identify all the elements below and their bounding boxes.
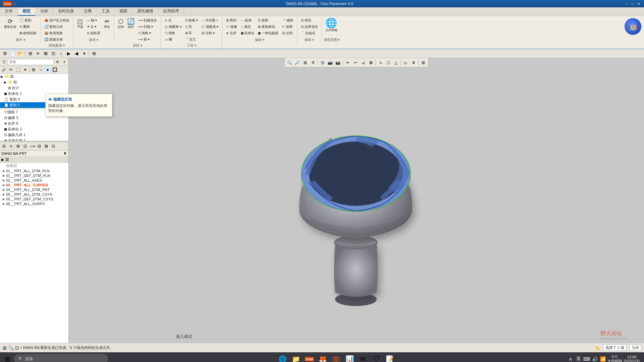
tree-item-group[interactable]: ▶ 📁 组	[0, 74, 68, 79]
taskbar-app-note[interactable]: 📝	[384, 353, 396, 362]
start-button[interactable]: ⊞	[1, 353, 13, 362]
btn-cancel[interactable]: ⊠ 收缩包络	[18, 30, 38, 36]
tree-item-solidify2[interactable]: ◼ 实体化 2	[0, 126, 68, 132]
ctx-btn-sketch[interactable]: ✏	[8, 66, 14, 73]
btn-fill[interactable]: ⊟ 填充	[299, 17, 320, 23]
btn-regenerate[interactable]: ⟳ 重新生成	[3, 17, 17, 30]
btn-copy-geo[interactable]: 🔄 复制几何	[43, 24, 71, 30]
tab-view[interactable]: 视图	[115, 7, 132, 16]
btn-move[interactable]: ↗ 移除	[280, 17, 295, 23]
vp-btn-wave[interactable]: ∿	[377, 59, 384, 66]
btn-point[interactable]: ✦ 点 ▾	[85, 24, 102, 30]
tree-item-merge8[interactable]: ⊕ 合并 8	[0, 121, 68, 126]
btn-plane[interactable]: ◫ 平面	[75, 17, 85, 30]
vp-btn-view2[interactable]: 📷	[327, 59, 334, 66]
ctx-btn-dropdown[interactable]: ▾	[22, 66, 29, 73]
date-display[interactable]: 12:00 2025/1/31	[624, 355, 640, 362]
tb-btn-arrow-right[interactable]: ▶	[65, 50, 72, 57]
layer-01-dtm-pln[interactable]: ▶ 01__PRT_ALL_DTM_PLN	[0, 169, 68, 173]
vp-btn-analysis[interactable]: ⊠	[367, 59, 375, 66]
btn-split2[interactable]: ⊟ 分割	[280, 30, 295, 36]
btn-chamfer[interactable]: ◹ 倒角 ▾	[136, 30, 159, 36]
layer-tb-btn2[interactable]: ≡	[8, 143, 14, 149]
vp-btn-pause[interactable]: ⏸	[410, 59, 417, 66]
vp-btn-zoom-out[interactable]: 🔎	[294, 59, 301, 66]
layer-01-def-dtm-pln[interactable]: ▶ 01__PRT_DEF_DTM_PLN	[0, 173, 68, 178]
vp-btn-tri1[interactable]: ⊿	[360, 59, 367, 66]
tb-btn-open[interactable]: 📂	[17, 50, 24, 57]
ctx-btn-edit[interactable]: 🖊	[1, 66, 7, 73]
layer-hidden[interactable]: 隐藏层	[0, 163, 68, 169]
btn-trim[interactable]: ✂ 加厚	[280, 24, 295, 30]
taskbar-search[interactable]: 🔍 搜索	[14, 354, 108, 362]
btn-axis[interactable]: — 轴 ▾	[85, 17, 102, 23]
btn-rib[interactable]: ⊞ 耳	[183, 30, 200, 36]
tb-btn-grid1[interactable]: ⊞	[26, 50, 34, 57]
btn-project[interactable]: ⊡ 投影	[256, 17, 280, 23]
vp-btn-cut[interactable]: ✂	[352, 59, 359, 66]
ctx-btn-eye-closed[interactable]: ●	[44, 66, 51, 73]
taskbar-app-folder2[interactable]: 💼	[330, 353, 342, 362]
taskbar-app-security[interactable]: 🛡	[371, 353, 383, 362]
tree-item-ju[interactable]: ▶ 📁 拒	[0, 79, 68, 85]
layer-list[interactable]: ▶ 层 隐藏层 ▶ 01__PRT_ALL_DTM_PLN ▶ 01__PRT_…	[0, 157, 68, 343]
layer-05-def-csys[interactable]: ▶ 05__PRT_DEF_DTM_CSYS	[0, 197, 68, 201]
btn-array[interactable]: ⊞ 阵列	[224, 17, 239, 23]
layer-tb-btn8[interactable]: ⊡	[50, 143, 57, 149]
btn-solidify[interactable]: ◼ 实体化	[239, 30, 256, 36]
btn-shell[interactable]: ◻ 壳	[183, 24, 200, 30]
btn-mirror[interactable]: ⇔ 镜像	[224, 24, 239, 30]
taskbar-app-browser2[interactable]: 🦊	[317, 353, 329, 362]
taskbar-app-browser[interactable]: 🌐	[277, 353, 289, 362]
taskbar-app-creo[interactable]: creo	[304, 353, 316, 362]
btn-extend[interactable]: ↔ 延伸	[239, 17, 256, 23]
vp-btn-pen[interactable]: ✏	[344, 59, 352, 66]
sys-icon-volume[interactable]: 🔊	[591, 356, 598, 362]
btn-delete[interactable]: ✕ 删除	[18, 24, 38, 30]
panel-tb-add[interactable]: +	[61, 59, 68, 65]
btn-chamfer2[interactable]: ◹ 倒角	[163, 30, 183, 36]
btn-sweep[interactable]: ⟿ 扫描混合	[136, 17, 159, 23]
layer-tb-btn1[interactable]: ⊟	[1, 143, 7, 149]
ctx-btn-copy[interactable]: 📋	[15, 66, 21, 73]
datetime-display[interactable]: 5°C 大部晴朗	[607, 355, 622, 362]
sys-icon-lang[interactable]: 英	[575, 356, 582, 362]
vp-btn-view1[interactable]: ⊡	[319, 59, 326, 66]
vp-btn-zoom-in[interactable]: 🔍	[286, 59, 293, 66]
btn-split[interactable]: ⊟ 分割 ▾	[200, 30, 220, 36]
vp-btn-angle[interactable]: ∢	[309, 59, 317, 66]
tb-btn-grid2[interactable]: ≡	[34, 50, 42, 57]
panel-tb-clear[interactable]: ✕	[54, 59, 61, 65]
tb-btn-arrow-left[interactable]: ◀	[73, 50, 80, 57]
tree-item-body-merge1[interactable]: ⊕ 主体合并 1	[0, 138, 68, 141]
vp-btn-hex[interactable]: ⬡	[385, 59, 392, 66]
btn-solidify2[interactable]: ◼ 一体化曲面	[256, 30, 280, 36]
btn-intersect[interactable]: ∩ 相交	[239, 24, 256, 30]
btn-copy[interactable]: 📋 复制	[18, 17, 38, 23]
vp-btn-play[interactable]: ▷	[402, 59, 410, 66]
btn-union[interactable]: ⊕ 合并	[224, 30, 239, 36]
btn-coord[interactable]: ⊕ 坐标系	[85, 30, 102, 36]
restore-button[interactable]: □	[630, 1, 635, 6]
btn-copy3[interactable]: ⊞ 复制移动	[256, 24, 280, 30]
btn-law[interactable]: ⌒ 法兰	[183, 37, 200, 43]
tb-btn-arrow-down[interactable]: ↕	[57, 50, 65, 57]
tab-annotation[interactable]: 注释	[79, 7, 97, 16]
tree-item-offset-geo1[interactable]: ⊡ 偏移几何 1	[0, 132, 68, 138]
tb-btn-settings[interactable]: ⚙	[1, 50, 9, 57]
taskbar-app-mail[interactable]: ✉	[357, 353, 369, 362]
tab-apps[interactable]: 应用程序	[158, 7, 184, 16]
btn-shrink[interactable]: 📦 收缩包络	[43, 30, 71, 36]
tab-tools[interactable]: 工具	[97, 7, 115, 16]
btn-model-intent[interactable]: 🌐 元件界面	[324, 17, 339, 34]
tab-simulation[interactable]: 实时仿真	[53, 7, 79, 16]
minimize-button[interactable]: ─	[624, 1, 629, 6]
btn-fillet[interactable]: ◷ 倒圆角 ▾	[163, 24, 183, 30]
tab-flex[interactable]: 柔性建模	[132, 7, 158, 16]
taskbar-app-explorer[interactable]: 📁	[290, 353, 302, 362]
btn-draft[interactable]: ⊡ 拔模 ▾	[183, 17, 200, 23]
btn-blend[interactable]: ⟿ 剪 ▾	[136, 37, 159, 43]
layer-tb-btn7[interactable]: ⊠	[43, 143, 50, 149]
taskbar-app-wps[interactable]: 📊	[344, 353, 356, 362]
btn-half-radius[interactable]: ⌓ 半径圆 ▾	[200, 17, 220, 23]
